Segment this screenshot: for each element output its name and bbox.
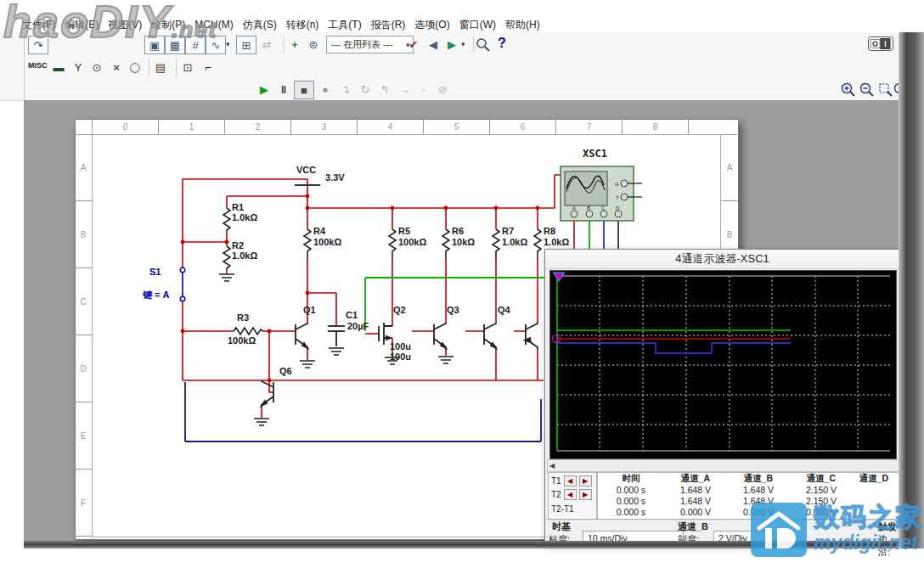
menu-help[interactable]: 帮助(H) (505, 18, 540, 32)
step-into-button[interactable]: ↴ (336, 81, 355, 98)
redo-button[interactable]: ↷ (28, 36, 48, 54)
zoom-area-button[interactable] (878, 82, 893, 98)
sheet-left-ruler: A B C D E F (75, 134, 93, 537)
toolbar-standard: ↷ ▣ ▦ # ∿ ▾ ⊞ ⇄ + ⊜ --- 在用列表 --- ▾ ✔ ◀ ▶… (0, 32, 924, 57)
t2t1-cha: 0.000 V (664, 507, 727, 517)
measurement-readout-table: 时间 通道_A 通道_B 通道_C 通道_D 0.000 s 1.648 V 1… (597, 472, 899, 520)
menu-simulate[interactable]: 仿真(S) (243, 18, 277, 32)
pause-simulation-button[interactable]: ‖ (274, 81, 293, 98)
menu-file[interactable]: 文件(F) (22, 18, 55, 32)
menu-transfer[interactable]: 转移(n) (286, 18, 319, 32)
menu-mcu[interactable]: MCU(M) (194, 19, 233, 31)
col-channel-b: 通道_B (727, 473, 790, 485)
in-use-list-value: --- 在用列表 --- (331, 38, 392, 51)
forward-annotate-button[interactable]: ▶ (442, 36, 461, 53)
menu-window[interactable]: 窗口(W) (459, 18, 496, 32)
zoom-out-button[interactable] (859, 82, 875, 98)
menu-reports[interactable]: 报告(R) (371, 18, 406, 32)
oscilloscope-scrollbar[interactable]: ◀ (547, 459, 901, 472)
hierarchical-block-button[interactable]: ⊡ (178, 59, 197, 76)
ruler-col: 1 (159, 119, 225, 134)
ruler-corner (75, 119, 93, 134)
ruler-col: 8 (623, 119, 689, 134)
ruler-col: 0 (93, 119, 159, 134)
no-simulation-button[interactable]: ⊘ (433, 81, 452, 98)
grapher-button[interactable]: ∿ (206, 36, 226, 54)
timebase-section-label: 时基 (552, 520, 571, 533)
ruler-row: F (75, 470, 92, 537)
stop-simulation-button[interactable]: ■ (294, 81, 314, 99)
ruler-col: 7 (556, 119, 623, 134)
forward-annotate-caret-icon[interactable]: ▾ (461, 40, 468, 48)
ni-components-button[interactable]: × (107, 59, 126, 76)
scrollbar-left-arrow-icon[interactable]: ◀ (549, 462, 555, 470)
database-manager-button[interactable]: ⊜ (304, 36, 323, 53)
t2-cha: 1.648 V (664, 496, 727, 506)
misc-digital-button[interactable]: ▬ (49, 59, 68, 76)
t2t1-chc: 0.000 V (790, 507, 853, 517)
bus-button[interactable]: ⌐ (199, 59, 217, 76)
component-wizard-button[interactable]: + (285, 36, 304, 53)
toolbar-simulation: ▶ ‖ ■ ● ↴ ↻ ↰ → ◦ ⊘ (0, 78, 924, 101)
breadboard-button[interactable]: ⊞ (236, 36, 256, 54)
step-out-button[interactable]: ↰ (375, 81, 394, 98)
ruler-row: E (75, 402, 92, 470)
scope-divider (545, 520, 899, 521)
menu-bar: 文件(F) 编辑(E) 视图(V) 绘制(P) MCU(M) 仿真(S) 转移(… (22, 17, 540, 32)
ruler-col: 2 (225, 119, 291, 134)
menu-place[interactable]: 绘制(P) (151, 18, 185, 32)
find-button[interactable] (476, 37, 491, 53)
menu-tools[interactable]: 工具(T) (328, 18, 361, 32)
cursor-t2-left-button[interactable]: ◀ (564, 489, 577, 500)
border-toggle-button[interactable]: # (185, 36, 206, 54)
record-button[interactable]: ● (316, 81, 335, 98)
t2t1-chb: 0.000 V (727, 507, 790, 517)
menu-view[interactable]: 视图(V) (108, 18, 142, 32)
rf-components-button[interactable]: Y (69, 59, 87, 76)
window-bottom-edge-shadow (24, 541, 899, 548)
cursor-t1-left-button[interactable]: ◀ (564, 475, 577, 486)
t2-time: 0.000 s (598, 496, 664, 506)
channel-b-section-label: 通道_B (678, 520, 708, 533)
in-use-list-dropdown[interactable]: --- 在用列表 --- ▾ (326, 36, 414, 53)
step-over-button[interactable]: ↻ (356, 81, 375, 98)
electromechanical-button[interactable]: ⊙ (87, 59, 106, 76)
sheet-top-ruler: 0 1 2 3 4 5 6 7 8 (75, 119, 737, 135)
zoom-in-button[interactable] (841, 82, 856, 98)
grid-toggle-button[interactable]: ▦ (165, 36, 185, 54)
window-right-edge-shadow (899, 32, 924, 548)
cursor-t2-right-button[interactable]: ▶ (579, 489, 592, 500)
cursor-control-box: T1 ◀ ▶ T2 ◀ ▶ T2-T1 (548, 472, 597, 520)
ruler-col: 3 (291, 119, 358, 134)
hierarchy-view-button[interactable]: ▣ (144, 36, 165, 54)
cursor-t2-label: T2 (551, 490, 561, 499)
transfer-button[interactable]: ⇄ (257, 36, 276, 53)
simulation-rocker-switch[interactable] (868, 37, 893, 51)
back-annotate-button[interactable]: ◀ (424, 36, 442, 53)
erc-check-button[interactable]: ✔ (404, 36, 423, 53)
t2t1-time: 0.000 s (598, 507, 664, 517)
ruler-row: D (75, 335, 92, 402)
cursor-t2t1-label: T2-T1 (551, 504, 574, 514)
toolbar-separator (473, 36, 474, 53)
toolbar-separator (176, 59, 177, 76)
cursor-t1-right-button[interactable]: ▶ (579, 475, 592, 486)
ruler-row: B (75, 201, 92, 268)
ruler-row: C (75, 268, 92, 335)
run-to-cursor-button[interactable]: → (395, 81, 414, 98)
col-channel-a: 通道_A (664, 473, 727, 485)
run-simulation-button[interactable]: ▶ (255, 81, 273, 98)
grapher-caret-icon[interactable]: ▾ (226, 40, 233, 48)
misc-components-button[interactable]: MISC (28, 61, 48, 70)
cursor-t1-label: T1 (551, 476, 561, 486)
help-button[interactable]: ? (493, 35, 511, 52)
toolbar-separator (283, 36, 284, 53)
trigger-section-label: 触发 (878, 520, 897, 533)
oscilloscope-title-bar[interactable]: 4通道示波器-XSC1 (545, 250, 899, 269)
menu-edit[interactable]: 编辑(E) (65, 18, 99, 32)
mcu-button[interactable]: ▤ (151, 59, 170, 76)
connectors-button[interactable]: ◯ (126, 59, 144, 76)
listen-button[interactable]: ◦ (414, 81, 433, 98)
menu-options[interactable]: 选项(O) (414, 18, 449, 32)
col-channel-c: 通道_C (790, 473, 853, 485)
